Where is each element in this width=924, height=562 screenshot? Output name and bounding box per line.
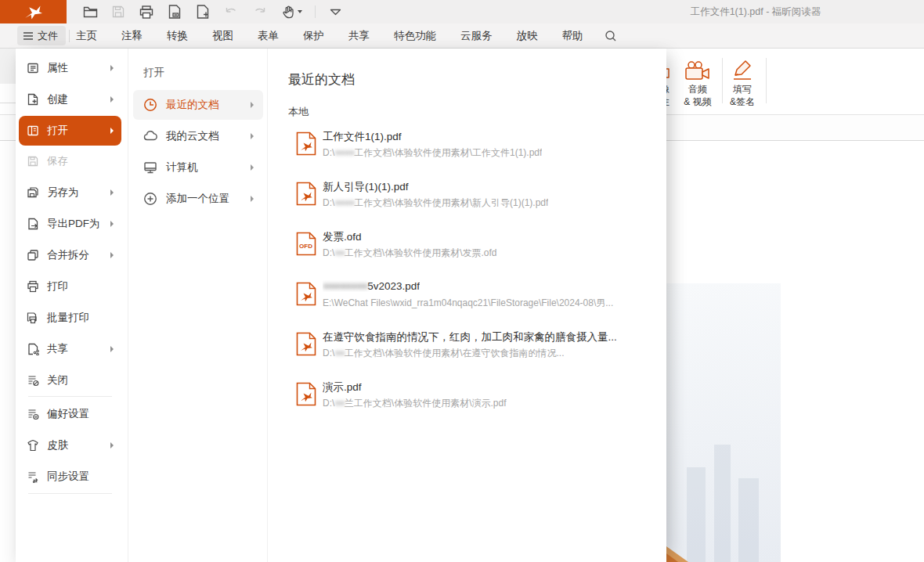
create-pdf-icon[interactable] bbox=[194, 3, 211, 20]
sidebar-item-merge-split[interactable]: 合并拆分 bbox=[19, 240, 121, 270]
sidebar-item-label: 关闭 bbox=[47, 373, 68, 387]
open-item-add-place[interactable]: 添加一个位置 bbox=[133, 184, 263, 214]
svg-text:OFD: OFD bbox=[299, 243, 312, 250]
file-title: 工作文件1(1).pdf bbox=[323, 131, 402, 142]
submenu-arrow-icon bbox=[110, 442, 114, 449]
pdf-file-icon bbox=[296, 382, 316, 406]
submenu-arrow-icon bbox=[110, 189, 114, 196]
recent-documents-title: 最近的文档 bbox=[288, 70, 355, 88]
ribbon-left-strip bbox=[0, 49, 16, 84]
submenu-arrow-icon bbox=[251, 196, 254, 202]
ribbon-separator-2 bbox=[766, 58, 767, 103]
submenu-arrow-icon bbox=[110, 252, 114, 258]
menu-comment[interactable]: 注释 bbox=[121, 29, 143, 43]
tshirt-icon bbox=[27, 439, 39, 452]
create-from-file-icon[interactable] bbox=[166, 3, 183, 20]
title-bar: 工作文件1(1).pdf - 福昕阅读器 bbox=[0, 0, 924, 23]
sidebar-item-label: 导出PDF为 bbox=[47, 217, 100, 231]
menu-features[interactable]: 特色功能 bbox=[394, 29, 436, 43]
sidebar-item-properties[interactable]: 属性 bbox=[19, 53, 121, 83]
submenu-arrow-icon bbox=[251, 102, 254, 108]
open-item-label: 添加一个位置 bbox=[166, 192, 229, 206]
file-title: 发票.ofd bbox=[323, 231, 362, 243]
clock-icon bbox=[143, 98, 157, 112]
sidebar-item-print[interactable]: 打印 bbox=[19, 272, 121, 301]
ofd-file-icon: OFD bbox=[296, 232, 316, 256]
open-item-computer[interactable]: 计算机 bbox=[133, 153, 263, 182]
sidebar-item-save: 保存 bbox=[19, 146, 121, 176]
pdf-file-icon bbox=[296, 182, 316, 206]
sidebar-item-label: 偏好设置 bbox=[47, 407, 89, 421]
toolbar-more-icon[interactable] bbox=[327, 3, 344, 20]
sidebar-item-label: 打开 bbox=[47, 124, 68, 138]
save-icon bbox=[27, 155, 39, 168]
search-icon[interactable] bbox=[603, 28, 619, 44]
file-menu-label: 文件 bbox=[38, 29, 58, 43]
sidebar-item-preferences[interactable]: 偏好设置 bbox=[19, 399, 121, 429]
recent-file-row[interactable]: 新人引导(1)(1).pdf D:\■■■■工作文档\体验软件使用素材\新人引导… bbox=[288, 180, 656, 224]
recent-file-row[interactable]: 演示.pdf D:\■■兰工作文档\体验软件使用素材\演示.pdf bbox=[288, 380, 656, 424]
monitor-icon bbox=[143, 160, 157, 175]
menu-protect[interactable]: 保护 bbox=[303, 29, 324, 43]
recent-file-row[interactable]: ■■■■■■■■5v2023.pdf E:\WeChat Files\wxid_… bbox=[288, 280, 656, 324]
submenu-arrow-icon bbox=[110, 65, 114, 71]
sidebar-item-share[interactable]: 共享 bbox=[19, 334, 121, 364]
open-item-recent-documents[interactable]: 最近的文档 bbox=[133, 90, 263, 120]
sidebar-item-label: 保存 bbox=[47, 154, 68, 168]
submenu-arrow-icon bbox=[110, 96, 114, 103]
cloud-icon bbox=[143, 129, 157, 143]
sidebar-item-label: 属性 bbox=[47, 61, 68, 75]
menu-convert[interactable]: 转换 bbox=[167, 29, 188, 43]
sidebar-item-label: 打印 bbox=[47, 279, 68, 294]
create-icon bbox=[27, 93, 39, 106]
file-menu-button[interactable]: 文件 bbox=[17, 26, 66, 45]
hamburger-icon bbox=[23, 32, 33, 40]
fill-sign-label: 填写 &签名 bbox=[720, 83, 764, 108]
open-item-cloud-documents[interactable]: 我的云文档 bbox=[133, 121, 263, 151]
menu-help[interactable]: 帮助 bbox=[562, 29, 583, 43]
menu-home[interactable]: 主页 bbox=[76, 29, 97, 43]
sidebar-item-label: 创建 bbox=[47, 92, 68, 106]
sidebar-item-save-as[interactable]: 另存为 bbox=[19, 178, 121, 207]
hand-tool-icon[interactable] bbox=[279, 3, 304, 20]
recent-group-label: 本地 bbox=[288, 105, 309, 119]
recent-file-row[interactable]: 在遵守饮食指南的情况下，红肉，加工肉和家禽的膳食摄入量... D:\■■工作文档… bbox=[288, 330, 656, 374]
file-title: 5v2023.pdf bbox=[367, 280, 420, 292]
submenu-arrow-icon bbox=[251, 164, 254, 171]
recent-file-row[interactable]: 工作文件1(1).pdf D:\■■■■工作文档\体验软件使用素材\工作文件1(… bbox=[288, 130, 656, 174]
batch-print-icon bbox=[27, 312, 39, 324]
menu-share[interactable]: 共享 bbox=[348, 29, 370, 43]
share-icon bbox=[27, 343, 39, 355]
sidebar-item-label: 合并拆分 bbox=[47, 248, 89, 262]
menu-present[interactable]: 放映 bbox=[517, 29, 538, 43]
sidebar-item-label: 同步设置 bbox=[47, 470, 89, 484]
menu-cloud[interactable]: 云服务 bbox=[460, 29, 493, 43]
sidebar-item-export-pdf[interactable]: 导出PDF为 bbox=[19, 209, 121, 239]
app-logo[interactable] bbox=[0, 0, 67, 23]
open-folder-icon[interactable] bbox=[81, 3, 99, 20]
hand-tool-caret-icon bbox=[298, 10, 302, 13]
panel-divider-2 bbox=[267, 49, 268, 562]
sidebar-item-sync-settings[interactable]: 同步设置 bbox=[19, 462, 121, 492]
sidebar-item-label: 另存为 bbox=[47, 186, 79, 200]
menu-form[interactable]: 表单 bbox=[258, 29, 279, 43]
sidebar-item-skin[interactable]: 皮肤 bbox=[19, 431, 121, 460]
recent-file-row[interactable]: OFD 发票.ofd D:\■■工作文档\体验软件使用素材\发票.ofd bbox=[288, 230, 656, 274]
sidebar-item-batch-print[interactable]: 批量打印 bbox=[19, 303, 121, 333]
file-title: 演示.pdf bbox=[323, 381, 362, 393]
fill-sign-button[interactable]: 填写 &签名 bbox=[720, 53, 764, 113]
sidebar-divider bbox=[28, 396, 112, 397]
audio-video-button[interactable]: 音频 & 视频 bbox=[676, 53, 720, 113]
submenu-arrow-icon bbox=[251, 133, 254, 139]
menu-bar: 文件 主页 注释 转换 视图 表单 保护 共享 特色功能 云服务 放映 帮助 bbox=[0, 23, 924, 49]
file-path: D:\■■工作文档\体验软件使用素材\在遵守饮食指南的情况... bbox=[323, 347, 565, 360]
plus-circle-icon bbox=[143, 192, 157, 206]
menu-view[interactable]: 视图 bbox=[212, 29, 233, 43]
sidebar-item-open[interactable]: 打开 bbox=[19, 116, 121, 146]
sidebar-item-create[interactable]: 创建 bbox=[19, 85, 121, 114]
print-icon[interactable] bbox=[138, 3, 155, 20]
file-title: 在遵守饮食指南的情况下，红肉，加工肉和家禽的膳食摄入量... bbox=[323, 331, 617, 343]
file-path: D:\■■兰工作文档\体验软件使用素材\演示.pdf bbox=[323, 397, 507, 410]
export-pdf-icon bbox=[27, 218, 39, 230]
sidebar-item-close[interactable]: 关闭 bbox=[19, 366, 121, 395]
